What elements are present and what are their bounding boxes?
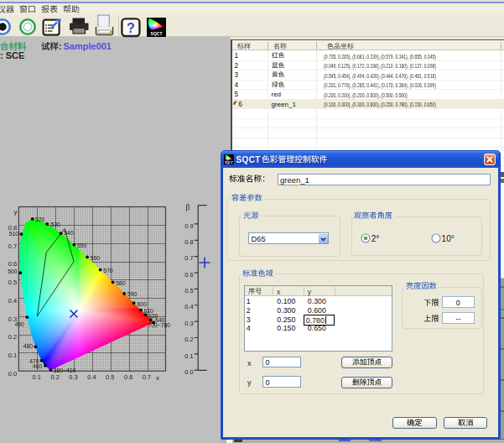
svg-text:?: ? (127, 20, 135, 34)
